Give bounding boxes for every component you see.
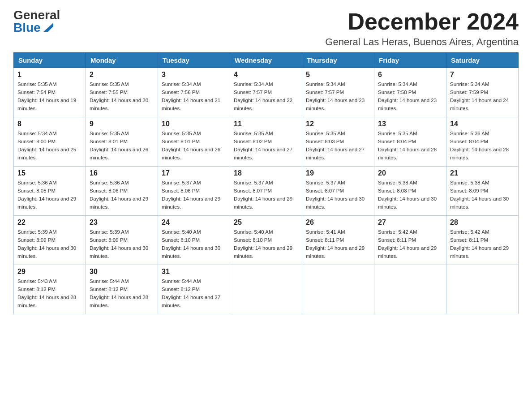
calendar-cell: 24 Sunrise: 5:40 AMSunset: 8:10 PMDaylig… (158, 216, 230, 265)
day-info: Sunrise: 5:34 AMSunset: 7:57 PMDaylight:… (234, 81, 298, 112)
day-info: Sunrise: 5:36 AMSunset: 8:04 PMDaylight:… (450, 130, 515, 162)
calendar-cell: 1 Sunrise: 5:35 AMSunset: 7:54 PMDayligh… (14, 68, 86, 117)
day-number: 13 (378, 120, 442, 128)
day-number: 5 (306, 71, 370, 79)
location-subtitle: General Las Heras, Buenos Aires, Argenti… (325, 36, 519, 48)
day-info: Sunrise: 5:42 AMSunset: 8:11 PMDaylight:… (450, 228, 515, 260)
day-info: Sunrise: 5:39 AMSunset: 8:09 PMDaylight:… (17, 228, 82, 260)
day-info: Sunrise: 5:42 AMSunset: 8:11 PMDaylight:… (378, 228, 442, 260)
calendar-cell: 16 Sunrise: 5:36 AMSunset: 8:06 PMDaylig… (86, 167, 158, 216)
week-row-3: 15 Sunrise: 5:36 AMSunset: 8:05 PMDaylig… (14, 167, 519, 216)
day-number: 7 (450, 71, 515, 79)
calendar-cell: 26 Sunrise: 5:41 AMSunset: 8:11 PMDaylig… (302, 216, 374, 265)
calendar-cell: 14 Sunrise: 5:36 AMSunset: 8:04 PMDaylig… (446, 117, 519, 167)
calendar-cell: 6 Sunrise: 5:34 AMSunset: 7:58 PMDayligh… (374, 68, 446, 117)
day-number: 4 (234, 71, 298, 79)
day-info: Sunrise: 5:40 AMSunset: 8:10 PMDaylight:… (234, 228, 298, 260)
calendar-cell (374, 265, 446, 314)
weekday-header-row: SundayMondayTuesdayWednesdayThursdayFrid… (14, 53, 519, 68)
calendar-table: SundayMondayTuesdayWednesdayThursdayFrid… (13, 52, 519, 314)
logo: General Blue (13, 9, 60, 34)
day-info: Sunrise: 5:35 AMSunset: 8:02 PMDaylight:… (234, 130, 298, 162)
day-number: 25 (234, 218, 298, 227)
day-info: Sunrise: 5:38 AMSunset: 8:08 PMDaylight:… (378, 179, 442, 211)
day-number: 16 (90, 169, 154, 177)
weekday-header-wednesday: Wednesday (230, 53, 302, 68)
week-row-4: 22 Sunrise: 5:39 AMSunset: 8:09 PMDaylig… (14, 216, 519, 265)
calendar-cell: 22 Sunrise: 5:39 AMSunset: 8:09 PMDaylig… (14, 216, 86, 265)
day-info: Sunrise: 5:34 AMSunset: 8:00 PMDaylight:… (17, 130, 82, 162)
day-info: Sunrise: 5:39 AMSunset: 8:09 PMDaylight:… (90, 228, 154, 260)
day-info: Sunrise: 5:36 AMSunset: 8:06 PMDaylight:… (90, 179, 154, 211)
day-number: 10 (162, 120, 226, 128)
day-number: 8 (17, 120, 82, 128)
day-info: Sunrise: 5:35 AMSunset: 7:54 PMDaylight:… (17, 81, 82, 112)
logo-triangle-icon (43, 23, 53, 32)
calendar-cell: 12 Sunrise: 5:35 AMSunset: 8:03 PMDaylig… (302, 117, 374, 167)
calendar-cell: 28 Sunrise: 5:42 AMSunset: 8:11 PMDaylig… (446, 216, 519, 265)
calendar-cell (302, 265, 374, 314)
day-info: Sunrise: 5:35 AMSunset: 8:03 PMDaylight:… (306, 130, 370, 162)
day-info: Sunrise: 5:43 AMSunset: 8:12 PMDaylight:… (17, 278, 82, 309)
day-info: Sunrise: 5:44 AMSunset: 8:12 PMDaylight:… (162, 278, 226, 309)
calendar-cell: 4 Sunrise: 5:34 AMSunset: 7:57 PMDayligh… (230, 68, 302, 117)
day-number: 30 (90, 268, 154, 276)
month-title: December 2024 (325, 9, 519, 34)
day-number: 24 (162, 218, 226, 227)
calendar-cell: 30 Sunrise: 5:44 AMSunset: 8:12 PMDaylig… (86, 265, 158, 314)
day-number: 2 (90, 71, 154, 79)
calendar-cell: 17 Sunrise: 5:37 AMSunset: 8:06 PMDaylig… (158, 167, 230, 216)
day-number: 12 (306, 120, 370, 128)
day-number: 23 (90, 218, 154, 227)
calendar-cell: 20 Sunrise: 5:38 AMSunset: 8:08 PMDaylig… (374, 167, 446, 216)
week-row-1: 1 Sunrise: 5:35 AMSunset: 7:54 PMDayligh… (14, 68, 519, 117)
week-row-5: 29 Sunrise: 5:43 AMSunset: 8:12 PMDaylig… (14, 265, 519, 314)
day-info: Sunrise: 5:37 AMSunset: 8:06 PMDaylight:… (162, 179, 226, 211)
calendar-cell: 29 Sunrise: 5:43 AMSunset: 8:12 PMDaylig… (14, 265, 86, 314)
calendar-cell: 21 Sunrise: 5:38 AMSunset: 8:09 PMDaylig… (446, 167, 519, 216)
weekday-header-friday: Friday (374, 53, 446, 68)
day-number: 18 (234, 169, 298, 177)
day-info: Sunrise: 5:40 AMSunset: 8:10 PMDaylight:… (162, 228, 226, 260)
day-number: 1 (17, 71, 82, 79)
day-number: 20 (378, 169, 442, 177)
calendar-cell (446, 265, 519, 314)
day-number: 29 (17, 268, 82, 276)
day-info: Sunrise: 5:35 AMSunset: 7:55 PMDaylight:… (90, 81, 154, 112)
day-number: 11 (234, 120, 298, 128)
day-info: Sunrise: 5:34 AMSunset: 7:59 PMDaylight:… (450, 81, 515, 112)
day-info: Sunrise: 5:37 AMSunset: 8:07 PMDaylight:… (234, 179, 298, 211)
day-number: 22 (17, 218, 82, 227)
calendar-cell: 13 Sunrise: 5:35 AMSunset: 8:04 PMDaylig… (374, 117, 446, 167)
day-info: Sunrise: 5:35 AMSunset: 8:04 PMDaylight:… (378, 130, 442, 162)
calendar-cell: 27 Sunrise: 5:42 AMSunset: 8:11 PMDaylig… (374, 216, 446, 265)
day-number: 31 (162, 268, 226, 276)
calendar-cell: 11 Sunrise: 5:35 AMSunset: 8:02 PMDaylig… (230, 117, 302, 167)
calendar-cell: 25 Sunrise: 5:40 AMSunset: 8:10 PMDaylig… (230, 216, 302, 265)
day-info: Sunrise: 5:37 AMSunset: 8:07 PMDaylight:… (306, 179, 370, 211)
day-number: 19 (306, 169, 370, 177)
weekday-header-sunday: Sunday (14, 53, 86, 68)
day-number: 3 (162, 71, 226, 79)
calendar-cell: 15 Sunrise: 5:36 AMSunset: 8:05 PMDaylig… (14, 167, 86, 216)
day-info: Sunrise: 5:34 AMSunset: 7:57 PMDaylight:… (306, 81, 370, 112)
calendar-cell (230, 265, 302, 314)
calendar-cell: 9 Sunrise: 5:35 AMSunset: 8:01 PMDayligh… (86, 117, 158, 167)
weekday-header-saturday: Saturday (446, 53, 519, 68)
weekday-header-thursday: Thursday (302, 53, 374, 68)
title-section: December 2024 General Las Heras, Buenos … (325, 9, 519, 48)
calendar-cell: 5 Sunrise: 5:34 AMSunset: 7:57 PMDayligh… (302, 68, 374, 117)
calendar-cell: 2 Sunrise: 5:35 AMSunset: 7:55 PMDayligh… (86, 68, 158, 117)
calendar-cell: 10 Sunrise: 5:35 AMSunset: 8:01 PMDaylig… (158, 117, 230, 167)
logo-blue-text: Blue (13, 21, 53, 34)
day-info: Sunrise: 5:34 AMSunset: 7:58 PMDaylight:… (378, 81, 442, 112)
weekday-header-tuesday: Tuesday (158, 53, 230, 68)
day-info: Sunrise: 5:36 AMSunset: 8:05 PMDaylight:… (17, 179, 82, 211)
logo-general-text: General (13, 9, 60, 21)
calendar-cell: 18 Sunrise: 5:37 AMSunset: 8:07 PMDaylig… (230, 167, 302, 216)
day-number: 27 (378, 218, 442, 227)
day-info: Sunrise: 5:34 AMSunset: 7:56 PMDaylight:… (162, 81, 226, 112)
page-header: General Blue December 2024 General Las H… (13, 9, 519, 48)
calendar-cell: 7 Sunrise: 5:34 AMSunset: 7:59 PMDayligh… (446, 68, 519, 117)
day-number: 28 (450, 218, 515, 227)
